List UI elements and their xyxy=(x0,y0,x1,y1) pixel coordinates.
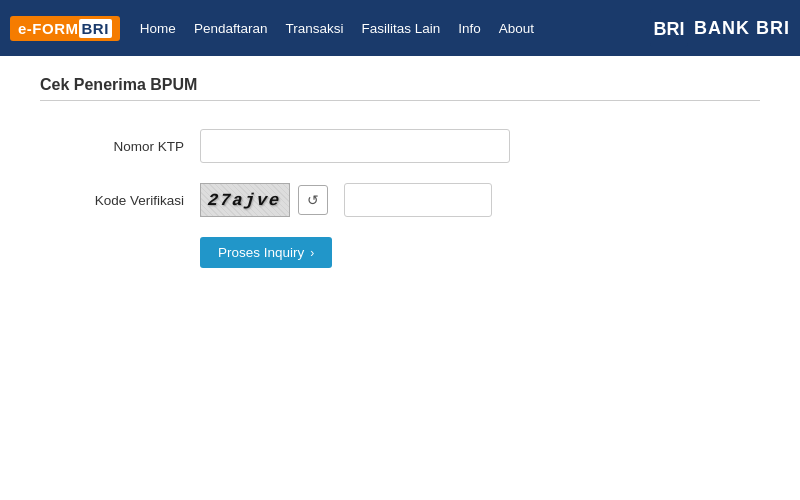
proses-inquiry-label: Proses Inquiry xyxy=(218,245,304,260)
kode-verifikasi-group: Kode Verifikasi 27ajve ↺ xyxy=(40,183,760,217)
nomor-ktp-input[interactable] xyxy=(200,129,510,163)
svg-text:BRI: BRI xyxy=(654,19,685,39)
nomor-ktp-label: Nomor KTP xyxy=(40,139,200,154)
brand-logo: e-FORMBRI xyxy=(10,16,120,41)
brand-bri: BRI xyxy=(79,19,112,38)
nav-info[interactable]: Info xyxy=(458,21,481,36)
bank-bri-logo: BRI BANK BRI xyxy=(650,9,790,47)
captcha-refresh-button[interactable]: ↺ xyxy=(298,185,328,215)
captcha-input[interactable] xyxy=(344,183,492,217)
nav-fasilitas-lain[interactable]: Fasilitas Lain xyxy=(361,21,440,36)
captcha-text: 27ajve xyxy=(208,191,283,210)
navbar: e-FORMBRI Home Pendaftaran Transaksi Fas… xyxy=(0,0,800,56)
captcha-row: 27ajve ↺ xyxy=(200,183,492,217)
kode-verifikasi-label: Kode Verifikasi xyxy=(40,193,200,208)
brand-form: FORM xyxy=(32,20,78,37)
divider xyxy=(40,100,760,101)
captcha-image: 27ajve xyxy=(200,183,290,217)
submit-row: Proses Inquiry › xyxy=(200,237,760,268)
nav-pendaftaran[interactable]: Pendaftaran xyxy=(194,21,268,36)
nav-links: Home Pendaftaran Transaksi Fasilitas Lai… xyxy=(140,21,650,36)
refresh-icon: ↺ xyxy=(307,192,319,208)
brand-text: e-FORMBRI xyxy=(10,16,120,41)
main-content: Cek Penerima BPUM Nomor KTP Kode Verifik… xyxy=(0,56,800,288)
nomor-ktp-group: Nomor KTP xyxy=(40,129,760,163)
proses-inquiry-button[interactable]: Proses Inquiry › xyxy=(200,237,332,268)
page-title: Cek Penerima BPUM xyxy=(40,76,760,94)
nav-home[interactable]: Home xyxy=(140,21,176,36)
chevron-right-icon: › xyxy=(310,246,314,260)
nav-about[interactable]: About xyxy=(499,21,534,36)
nav-transaksi[interactable]: Transaksi xyxy=(285,21,343,36)
brand-e: e- xyxy=(18,20,32,37)
bri-logo-icon: BRI xyxy=(650,9,688,47)
bank-bri-text: BANK BRI xyxy=(694,18,790,39)
